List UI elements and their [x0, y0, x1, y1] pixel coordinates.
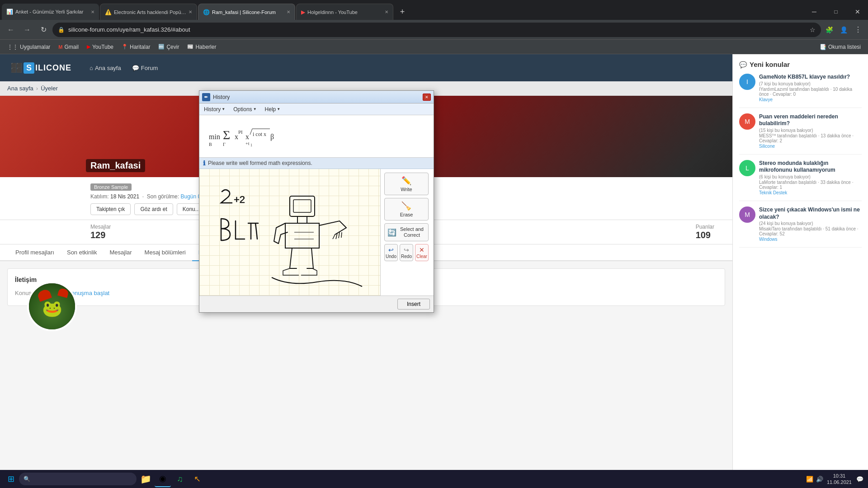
- reading-list-button[interactable]: 📑 Okuma listesi: [816, 43, 864, 51]
- svg-text:x: x: [245, 133, 249, 141]
- logo-icon-bars: ⬛⬛⬛⬛: [11, 63, 22, 73]
- taskbar-spotify[interactable]: ♫: [172, 471, 188, 487]
- math-info-text: Please write well formed math expression…: [208, 160, 312, 166]
- info-circle-icon: ℹ: [203, 160, 205, 167]
- redo-label: Redo: [401, 254, 412, 259]
- tab-bar: 📊 Anket - Günümüz Yerli Şarkılar ✕ ⚠️ El…: [0, 0, 868, 20]
- window-minimize[interactable]: ─: [804, 4, 825, 20]
- nav-bar: ← → ↻ 🔒 silicone-forum.com/uye/ram_kafas…: [0, 20, 868, 40]
- help-chevron: ▼: [277, 107, 280, 111]
- write-tool-btn[interactable]: ✏️ Write: [384, 173, 429, 195]
- taskbar-chrome[interactable]: ◉: [155, 471, 171, 487]
- bookmark-news-label: Haberler: [195, 44, 216, 50]
- taskbar-file-explorer[interactable]: 📁: [137, 471, 154, 487]
- new-tab-button[interactable]: +: [394, 4, 410, 20]
- topic-meta-3: (6 kişi bu konuya bakıyor): [759, 174, 862, 179]
- topic-item-4[interactable]: M Sizce yeni çıkacak Windows'un ismi ne …: [739, 206, 862, 248]
- undo-btn[interactable]: ↩ Undo: [384, 244, 398, 261]
- account-button[interactable]: 👤: [837, 23, 850, 36]
- tab-close-3[interactable]: ✕: [287, 9, 290, 14]
- sidebar-title: 💬 Yeni konular: [739, 61, 862, 68]
- formula-svg: min B Σ Γ x PI x i cot x β +t: [207, 119, 342, 150]
- options-label: Options: [233, 106, 252, 113]
- bookmark-youtube-label: YouTube: [92, 44, 113, 50]
- undo-label: Undo: [386, 254, 396, 259]
- bookmarks-bar: ⋮⋮ Uygulamalar M Gmail ▶ YouTube 📍 Harit…: [0, 40, 868, 54]
- stat-messages-label: Mesajlar: [90, 224, 111, 230]
- taskbar-pointer-app[interactable]: ↖: [189, 471, 205, 487]
- topic-avatar-2: M: [739, 113, 755, 130]
- topic-info-4: Sizce yeni çıkacak Windows'un ismi ne ol…: [759, 206, 862, 242]
- nav-home[interactable]: ⌂ Ana sayfa: [90, 65, 121, 71]
- math-info-bar: ℹ Please write well formed math expressi…: [199, 158, 434, 169]
- tab-close-4[interactable]: ✕: [385, 9, 388, 14]
- tab-close-2[interactable]: ✕: [189, 9, 192, 14]
- select-correct-btn[interactable]: 🔄 Select and Correct: [384, 223, 429, 241]
- address-bar[interactable]: 🔒 silicone-forum.com/uye/ram_kafasi.326/…: [52, 23, 821, 37]
- toolbar-help[interactable]: Help ▼: [265, 106, 281, 113]
- topic-item-2[interactable]: M Puan veren maddeleri nereden bulabilir…: [739, 113, 862, 155]
- bookmark-news[interactable]: 📰 Haberler: [184, 43, 220, 51]
- start-button[interactable]: ⊞: [4, 472, 18, 486]
- toolbar-history[interactable]: History ▼: [204, 106, 225, 113]
- topic-avatar-1: I: [739, 74, 755, 90]
- bookmark-gmail[interactable]: M Gmail: [55, 43, 82, 51]
- taskbar-time[interactable]: 10:31 11.06.2021: [827, 473, 852, 486]
- math-dialog-icon: ✏: [202, 93, 210, 101]
- toolbar-options[interactable]: Options ▼: [233, 106, 256, 113]
- tab-message-sections[interactable]: Mesaj bölümleri: [138, 244, 192, 261]
- bookmark-maps[interactable]: 📍 Haritalar: [118, 43, 154, 51]
- math-dialog-close-btn[interactable]: ✕: [423, 94, 431, 101]
- notification-button[interactable]: 💬: [855, 474, 864, 483]
- bookmark-star-icon[interactable]: ☆: [810, 26, 816, 33]
- topic-meta-2: (15 kişi bu konuya bakıyor): [759, 128, 862, 133]
- topic-author-1: IYardımLazımI tarafından başlatıldı · 10…: [759, 87, 862, 97]
- select-correct-label: Select and Correct: [398, 226, 425, 238]
- bookmark-youtube[interactable]: ▶ YouTube: [83, 43, 117, 51]
- bookmark-translate[interactable]: 🔤 Çevir: [155, 43, 183, 51]
- refresh-button[interactable]: ↻: [36, 23, 51, 37]
- tab-ram-kafasi[interactable]: 🌐 Ram_kafasi | Silicone-Forum ✕: [198, 4, 295, 20]
- math-canvas[interactable]: +2: [199, 169, 380, 296]
- topic-title-2: Puan veren maddeleri nereden bulabilirim…: [759, 113, 862, 127]
- tab-youtube[interactable]: ▶ Holgeldinnn - YouTube ✕: [296, 4, 393, 20]
- ignore-button[interactable]: Göz ardı et: [134, 203, 173, 215]
- maps-icon: 📍: [122, 44, 128, 50]
- tab-activity[interactable]: Son etkinlik: [61, 244, 103, 261]
- profile-name-overlay: Ram_kafasi: [86, 159, 145, 172]
- insert-button[interactable]: Insert: [397, 299, 430, 310]
- extensions-button[interactable]: 🧩: [823, 23, 835, 36]
- topic-item-3[interactable]: L Stereo modunda kulaklığın mikrofonunu …: [739, 160, 862, 201]
- erase-tool-btn[interactable]: 🧹 Erase: [384, 198, 429, 221]
- tab-favicon-2: ⚠️: [105, 9, 112, 15]
- back-button[interactable]: ←: [4, 23, 18, 37]
- network-icon[interactable]: 📶: [806, 476, 813, 483]
- tab-ea[interactable]: ⚠️ Electronic Arts hacklendi Popüle... ✕: [100, 4, 197, 20]
- forward-button[interactable]: →: [20, 23, 34, 37]
- tab-profile-messages[interactable]: Profil mesajları: [9, 244, 61, 261]
- topic-avatar-3: L: [739, 160, 755, 176]
- search-bar[interactable]: 🔍: [19, 473, 137, 485]
- tab-close-1[interactable]: ✕: [91, 9, 94, 14]
- erase-tool-icon: 🧹: [401, 201, 411, 211]
- redo-btn[interactable]: ↪ Redo: [400, 244, 413, 261]
- breadcrumb-home[interactable]: Ana sayfa: [7, 85, 33, 92]
- clear-btn[interactable]: ✕ Clear: [415, 244, 429, 261]
- breadcrumb-members[interactable]: Üyeler: [41, 85, 58, 92]
- tab-anket[interactable]: 📊 Anket - Günümüz Yerli Şarkılar ✕: [2, 4, 99, 20]
- forum-website: ⬛⬛⬛⬛ S ILICONE ⌂ Ana sayfa 💬 Forum 🧑: [0, 54, 868, 470]
- unfollow-button[interactable]: Takipten çık: [90, 203, 131, 215]
- forum-logo[interactable]: ⬛⬛⬛⬛ S ILICONE: [11, 62, 71, 74]
- math-dialog-titlebar[interactable]: ✏ History ✕: [199, 91, 434, 103]
- nav-forum[interactable]: 💬 Forum: [132, 65, 158, 71]
- window-maximize[interactable]: □: [826, 4, 846, 20]
- bookmark-apps[interactable]: ⋮⋮ Uygulamalar: [4, 42, 54, 52]
- menu-button[interactable]: ⋮: [852, 23, 864, 36]
- window-close[interactable]: ✕: [847, 4, 868, 20]
- topic-item-1[interactable]: I GameNote KB857L klavye nasıldır? (7 ki…: [739, 74, 862, 108]
- logo-s-box: S: [24, 62, 34, 74]
- tab-messages[interactable]: Mesajlar: [103, 244, 138, 261]
- write-tool-icon: ✏️: [401, 176, 411, 186]
- date-display: 11.06.2021: [827, 479, 852, 485]
- volume-icon[interactable]: 🔊: [816, 476, 823, 483]
